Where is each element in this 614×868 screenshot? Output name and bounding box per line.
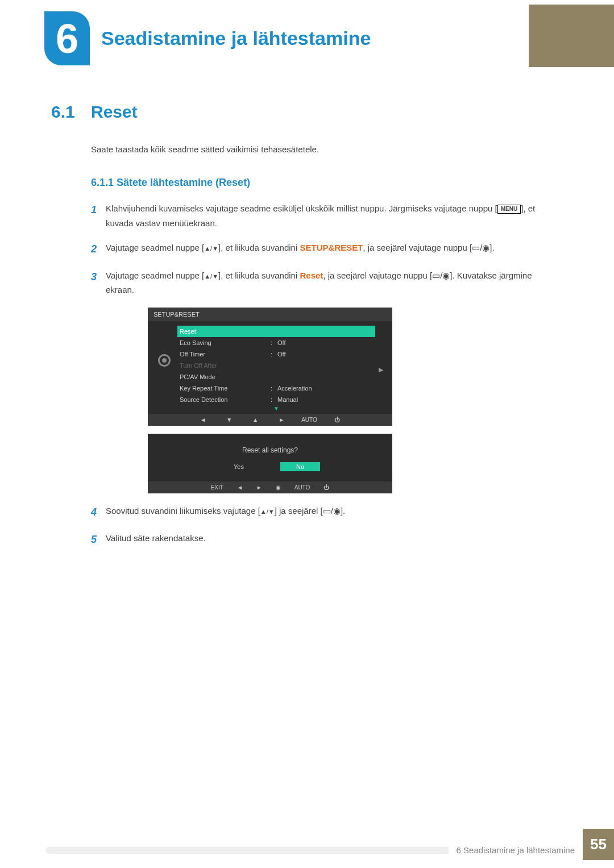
step-5: 5 Valitud säte rakendatakse. xyxy=(91,531,551,549)
step-text: Valitud säte rakendatakse. xyxy=(106,533,206,543)
steps-list: 1 Klahvijuhendi kuvamiseks vajutage sead… xyxy=(91,201,551,549)
section-title: Reset xyxy=(91,102,138,122)
step-4: 4 Soovitud suvandini liikumiseks vajutag… xyxy=(91,504,551,521)
step-text: , ja seejärel vajutage nuppu [ xyxy=(323,271,432,280)
osd-item-label: Reset xyxy=(180,328,271,335)
nav-left-icon: ◄ xyxy=(197,417,209,423)
step-number: 2 xyxy=(91,240,106,258)
osd-scroll-down-icon: ▼ xyxy=(177,405,375,414)
confirm-dialog: Reset all settings? Yes No EXIT ◄ ► ◉ AU… xyxy=(148,434,392,493)
highlight-setup-reset: SETUP&RESET xyxy=(300,243,363,252)
osd-submenu-arrow-icon: ▶ xyxy=(375,326,387,414)
osd-item-eco-saving: Eco Saving : Off xyxy=(177,337,375,348)
osd-footer-bar: ◄ ▼ ▲ ► AUTO ⏻ xyxy=(148,414,392,426)
power-icon: ⏻ xyxy=(331,417,343,423)
nav-right-icon: ► xyxy=(256,484,262,491)
step-number: 3 xyxy=(91,268,106,297)
chapter-title: Seadistamine ja lähtestamine xyxy=(101,27,371,49)
osd-item-list: Reset Eco Saving : Off Off Timer : Off xyxy=(177,326,375,414)
osd-item-source-detection: Source Detection : Manual xyxy=(177,394,375,405)
section-number: 6.1 xyxy=(51,102,91,122)
step-number: 1 xyxy=(91,201,106,230)
osd-item-off-timer: Off Timer : Off xyxy=(177,348,375,360)
page-content: 6.1 Reset Saate taastada kõik seadme sät… xyxy=(51,102,551,559)
osd-item-value: Acceleration xyxy=(277,385,373,392)
power-icon: ⏻ xyxy=(323,484,329,491)
step-body: Vajutage seadmel nuppe [▲/▼], et liikuda… xyxy=(106,268,551,297)
osd-item-value: Manual xyxy=(277,396,373,403)
footer-decorative-bar xyxy=(45,847,449,854)
exit-label: EXIT xyxy=(211,484,223,491)
osd-item-turn-off-after: Turn Off After xyxy=(177,360,375,371)
osd-screenshot-area: SETUP&RESET Reset Eco Saving : Off xyxy=(148,308,392,493)
step-1: 1 Klahvijuhendi kuvamiseks vajutage sead… xyxy=(91,201,551,230)
page-number: 55 xyxy=(583,829,614,860)
subsection-heading: 6.1.1 Sätete lähtestamine (Reset) xyxy=(91,177,551,189)
osd-item-label: Key Repeat Time xyxy=(180,385,271,392)
step-3: 3 Vajutage seadmel nuppe [▲/▼], et liiku… xyxy=(91,268,551,297)
step-text: ]. xyxy=(489,243,494,252)
step-text: ], et liikuda suvandini xyxy=(218,271,300,280)
step-2: 2 Vajutage seadmel nuppe [▲/▼], et liiku… xyxy=(91,240,551,258)
gear-icon xyxy=(158,354,171,367)
osd-item-label: PC/AV Mode xyxy=(180,373,271,380)
enter-icon: ◉ xyxy=(276,484,281,491)
nav-auto-label: AUTO xyxy=(294,484,310,491)
chapter-header: 6 Seadistamine ja lähtestamine xyxy=(44,11,371,65)
menu-key-icon: MENU xyxy=(497,205,521,214)
osd-item-reset: Reset xyxy=(177,326,375,337)
osd-menu: SETUP&RESET Reset Eco Saving : Off xyxy=(148,308,392,426)
nav-down-icon: ▼ xyxy=(223,417,235,423)
step-text: Klahvijuhendi kuvamiseks vajutage seadme… xyxy=(106,203,497,213)
confirm-yes-button: Yes xyxy=(220,462,258,471)
nav-auto-label: AUTO xyxy=(301,417,317,423)
step-text: Vajutage seadmel nuppe [ xyxy=(106,243,204,252)
step-body: Klahvijuhendi kuvamiseks vajutage seadme… xyxy=(106,201,551,230)
section-intro: Saate taastada kõik seadme sätted vaikim… xyxy=(91,144,551,154)
footer-chapter-label: 6 Seadistamine ja lähtestamine xyxy=(449,845,583,855)
step-text: ], et liikuda suvandini xyxy=(218,243,300,252)
up-down-triangle-icon: ▲/▼ xyxy=(260,508,275,515)
osd-item-value: Off xyxy=(277,351,373,358)
step-text: Soovitud suvandini liikumiseks vajutage … xyxy=(106,506,260,516)
up-down-triangle-icon: ▲/▼ xyxy=(204,273,218,280)
osd-item-label: Turn Off After xyxy=(180,362,271,369)
nav-up-icon: ▲ xyxy=(249,417,262,423)
source-enter-icon: ▭/◉ xyxy=(323,506,341,516)
osd-item-value: Off xyxy=(277,339,373,346)
osd-category-icon-col xyxy=(151,326,177,414)
step-body: Valitud säte rakendatakse. xyxy=(106,531,551,549)
source-enter-icon: ▭/◉ xyxy=(432,271,450,280)
step-body: Soovitud suvandini liikumiseks vajutage … xyxy=(106,504,551,521)
step-text: ] ja seejärel [ xyxy=(275,506,323,516)
up-down-triangle-icon: ▲/▼ xyxy=(204,245,218,252)
chapter-number-badge: 6 xyxy=(44,11,90,65)
osd-item-label: Source Detection xyxy=(180,396,271,403)
osd-item-label: Eco Saving xyxy=(180,339,271,346)
step-text: ]. xyxy=(341,506,345,516)
nav-left-icon: ◄ xyxy=(237,484,243,491)
osd-item-key-repeat: Key Repeat Time : Acceleration xyxy=(177,383,375,394)
step-number: 4 xyxy=(91,504,106,521)
osd-title: SETUP&RESET xyxy=(148,308,392,321)
osd-item-label: Off Timer xyxy=(180,351,271,358)
highlight-reset: Reset xyxy=(300,271,323,280)
step-body: Vajutage seadmel nuppe [▲/▼], et liikuda… xyxy=(106,240,551,258)
step-text: Vajutage seadmel nuppe [ xyxy=(106,271,204,280)
confirm-no-button: No xyxy=(280,462,320,471)
section-heading: 6.1 Reset xyxy=(51,102,551,122)
step-text: , ja seejärel vajutage nuppu [ xyxy=(363,243,472,252)
source-enter-icon: ▭/◉ xyxy=(472,243,489,252)
top-decorative-band xyxy=(529,5,614,67)
confirm-footer-bar: EXIT ◄ ► ◉ AUTO ⏻ xyxy=(148,481,392,493)
page-footer: 6 Seadistamine ja lähtestamine 55 xyxy=(45,829,614,860)
osd-item-pc-av-mode: PC/AV Mode xyxy=(177,371,375,383)
nav-right-icon: ► xyxy=(275,417,288,423)
step-number: 5 xyxy=(91,531,106,549)
confirm-question: Reset all settings? xyxy=(148,434,392,462)
